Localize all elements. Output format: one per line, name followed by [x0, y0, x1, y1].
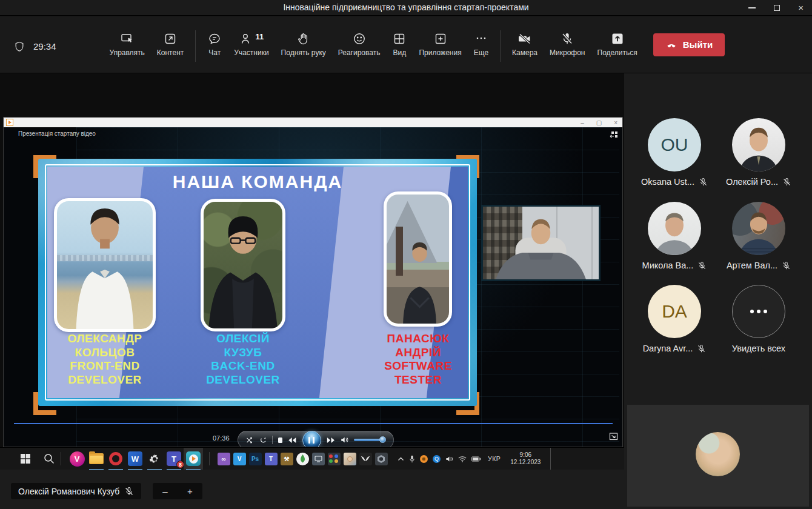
more-dots-icon: [474, 32, 488, 46]
participant-tile[interactable]: Олексій Ро...: [716, 118, 801, 187]
presenter-name-pill: Олексій Романович Кузуб: [11, 483, 141, 499]
microphone-button[interactable]: Микрофон: [544, 28, 591, 61]
muted-mic-icon: [697, 261, 707, 270]
tray-battery-icon[interactable]: [471, 456, 481, 462]
view-button[interactable]: Вид: [386, 28, 413, 61]
taskbar-icon-vivaldi[interactable]: V: [67, 448, 87, 470]
controls-separator: [272, 436, 273, 444]
participant-name: Daryna Avr...: [643, 344, 693, 353]
clock-time: 9:06: [510, 451, 541, 459]
participant-video-tile[interactable]: [627, 405, 809, 507]
player-maximize-icon[interactable]: ▢: [596, 119, 602, 126]
volume-icon[interactable]: [341, 436, 348, 444]
taskbar-clock[interactable]: 9:06 12.12.2023: [510, 451, 541, 466]
player-minimize-icon[interactable]: –: [581, 119, 584, 126]
volume-slider[interactable]: [354, 439, 385, 441]
react-button[interactable]: Реагировать: [332, 28, 387, 61]
team-photo-card: [384, 191, 452, 327]
playlist-dock-icon[interactable]: [609, 131, 618, 140]
maximize-icon[interactable]: [774, 5, 780, 11]
participant-name: Артем Вал...: [727, 261, 777, 270]
team-member-photo: [57, 201, 153, 329]
participant-tile[interactable]: DA Daryna Avr...: [632, 285, 717, 353]
language-indicator[interactable]: УКР: [488, 455, 501, 462]
taskbar-icon-opera[interactable]: [106, 448, 125, 470]
participants-button[interactable]: 11 Участники: [228, 28, 275, 61]
participant-name: Олексій Ро...: [726, 177, 778, 187]
minimize-icon[interactable]: [748, 7, 756, 8]
player-titlebar[interactable]: – ▢ ×: [4, 118, 622, 127]
taskbar-icon-word[interactable]: W: [125, 448, 145, 470]
repeat-icon[interactable]: [259, 436, 267, 445]
participant-tile[interactable]: OU Oksana Ust...: [632, 118, 717, 187]
tray-app-orange-icon[interactable]: [420, 455, 428, 463]
share-button[interactable]: Поделиться: [591, 28, 644, 61]
participant-video-avatar: [696, 432, 740, 476]
start-button-icon[interactable]: [21, 454, 30, 464]
video-seekbar[interactable]: [14, 423, 613, 424]
tray-expand-icon[interactable]: [398, 456, 404, 462]
taskbar-icon-media-player[interactable]: [184, 448, 203, 470]
taskbar-icon-dev-tools[interactable]: ⚒: [281, 453, 293, 465]
volume-thumb[interactable]: [379, 436, 386, 443]
window-titlebar: Інноваційне підприємництво та управління…: [0, 0, 812, 16]
zoom-in-button[interactable]: +: [187, 486, 193, 496]
tray-volume-icon[interactable]: [445, 456, 453, 462]
taskbar-icon-cube-app[interactable]: [375, 453, 388, 465]
see-all-tile[interactable]: Увидеть всех: [716, 285, 801, 353]
content-button[interactable]: Контент: [151, 28, 190, 61]
manage-button[interactable]: Управлять: [104, 28, 151, 61]
taskbar-icon-file-explorer[interactable]: [87, 448, 106, 470]
close-icon[interactable]: ×: [798, 5, 804, 11]
taskbar-icon-screen-cast[interactable]: [312, 453, 325, 465]
taskbar-icon-vscode[interactable]: V: [233, 453, 246, 465]
security-shield-icon: [13, 40, 25, 53]
search-icon[interactable]: [44, 453, 55, 464]
webcam-person: [483, 207, 599, 279]
taskbar-icon-game-launcher[interactable]: [344, 453, 356, 465]
elapsed-time: 07:36: [213, 434, 230, 442]
chat-button[interactable]: Чат: [201, 28, 228, 61]
camera-button[interactable]: Камера: [506, 28, 544, 61]
member-name-role: ОЛЕКСІЙ КУЗУБ BACK-END DEVELOVER: [185, 332, 301, 387]
taskbar-icon-settings[interactable]: [145, 448, 164, 470]
participants-sidebar: OU Oksana Ust... Олексій Ро... Микола Ва…: [624, 73, 812, 509]
fast-forward-button[interactable]: [327, 436, 335, 444]
taskbar-icon-color-grid[interactable]: [328, 453, 341, 465]
avatar: OU: [648, 118, 701, 171]
muted-mic-icon: [782, 178, 791, 187]
tray-wifi-icon[interactable]: [458, 456, 467, 462]
player-close-icon[interactable]: ×: [614, 119, 617, 126]
taskbar-separator: [61, 452, 61, 465]
shared-screen-stage: – ▢ × Презентація стартапу відео: [0, 73, 624, 509]
leave-button[interactable]: Выйти: [653, 33, 725, 56]
show-desktop-button[interactable]: [550, 448, 553, 470]
stop-button[interactable]: [278, 437, 283, 443]
more-button[interactable]: Еще: [468, 28, 494, 61]
apps-button[interactable]: Приложения: [413, 28, 467, 61]
rewind-button[interactable]: [288, 436, 296, 444]
raise-hand-button[interactable]: Поднять руку: [275, 28, 332, 61]
taskbar-icon-visual-studio[interactable]: ∞: [218, 453, 230, 465]
shuffle-icon[interactable]: [246, 436, 254, 445]
pause-button[interactable]: [302, 431, 321, 447]
smiley-icon: [352, 32, 367, 46]
avatar: [732, 118, 785, 171]
avatar: [648, 202, 701, 255]
camera-off-icon: [517, 32, 532, 46]
muted-mic-icon: [697, 344, 706, 353]
participants-icon: [239, 32, 254, 46]
video-area[interactable]: Презентація стартапу відео НАША КОМАНДА: [4, 127, 622, 447]
taskbar-icon-teams[interactable]: T8: [164, 448, 184, 470]
taskbar-icon-teams-classic[interactable]: T: [265, 453, 278, 465]
tray-q-app-icon[interactable]: Q: [433, 455, 441, 463]
member-name-role: ОЛЕКСАНДР КОЛЬЦОВ FRONT-END DEVELOVER: [47, 332, 162, 387]
participant-tile[interactable]: Микола Ва...: [632, 202, 717, 270]
switch-display-mode-icon[interactable]: [609, 432, 618, 441]
taskbar-icon-wings-app[interactable]: [359, 453, 372, 465]
zoom-out-button[interactable]: –: [162, 486, 167, 496]
tray-mic-icon[interactable]: [409, 455, 415, 463]
taskbar-icon-mongodb[interactable]: [296, 453, 309, 465]
participant-tile[interactable]: Артем Вал...: [716, 202, 801, 270]
taskbar-icon-photoshop[interactable]: Ps: [249, 453, 262, 465]
